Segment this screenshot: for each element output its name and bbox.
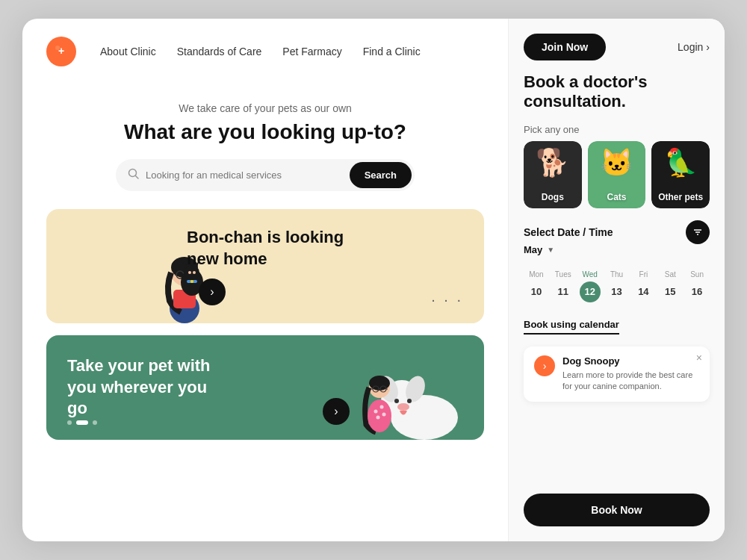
svg-point-28 xyxy=(397,403,409,411)
hero-subtitle: We take care of your pets as our own xyxy=(61,102,469,114)
svg-point-39 xyxy=(376,416,380,420)
cal-day-11[interactable]: Tues 11 xyxy=(551,267,576,305)
card-adoption: Bon-chan is looking new home › · · · xyxy=(46,209,484,323)
cards-section: Bon-chan is looking new home › · · · xyxy=(46,209,484,523)
book-title: Book a doctor's consultation. xyxy=(524,72,710,112)
nav-links: About Clinic Standards of Care Pet Farma… xyxy=(100,45,421,58)
nav-farmacy[interactable]: Pet Farmacy xyxy=(282,46,341,57)
appointment-arrow-button[interactable]: › xyxy=(534,355,555,376)
hero-title: What are you looking up-to? xyxy=(61,120,469,144)
svg-point-30 xyxy=(369,376,390,391)
search-bar: Search xyxy=(116,159,415,191)
login-label: Login xyxy=(678,41,703,53)
pet-option-dogs[interactable]: 🐕 Dogs xyxy=(524,141,582,208)
cal-day-16[interactable]: Sun 16 xyxy=(684,267,710,305)
datetime-header: Select Date / Time xyxy=(524,220,710,244)
svg-point-26 xyxy=(394,399,399,403)
cal-day-10[interactable]: Mon 10 xyxy=(524,267,549,305)
pet-option-cats[interactable]: 🐱 Cats xyxy=(588,141,646,208)
nav-find[interactable]: Find a Clinic xyxy=(363,46,421,57)
cal-day-14[interactable]: Fri 14 xyxy=(630,267,656,305)
cal-day-num: 11 xyxy=(553,281,574,302)
card-2-indicators xyxy=(67,420,97,425)
search-button[interactable]: Search xyxy=(350,162,412,188)
svg-point-37 xyxy=(374,410,378,414)
cal-day-num: 10 xyxy=(526,281,547,302)
cal-day-13[interactable]: Thu 13 xyxy=(604,267,630,305)
login-link[interactable]: Login › xyxy=(678,41,710,53)
dot-1 xyxy=(67,420,72,425)
cal-day-name: Sat xyxy=(659,270,681,279)
month-selector[interactable]: May ▼ xyxy=(524,244,710,255)
dot-3 xyxy=(93,420,97,425)
cal-day-num: 16 xyxy=(686,281,707,302)
card-1-dots: · · · xyxy=(431,291,463,308)
book-now-button[interactable]: Book Now xyxy=(524,494,710,526)
appointment-name: Dog Snoopy xyxy=(562,355,699,367)
pet-options: 🐕 Dogs 🐱 Cats 🦜 Other pets xyxy=(524,141,710,208)
logo: + xyxy=(46,37,76,66)
month-label: May xyxy=(524,244,542,255)
pet-option-others[interactable]: 🦜 Other pets xyxy=(651,141,710,208)
card-travel: Take your pet with you wherever you go › xyxy=(46,335,484,440)
cal-day-name: Sun xyxy=(686,270,708,279)
dogs-label: Dogs xyxy=(542,192,564,202)
cal-day-num: 15 xyxy=(660,281,681,302)
right-panel: Join Now Login › Book a doctor's consult… xyxy=(508,19,725,541)
svg-point-36 xyxy=(368,399,391,432)
cal-day-12[interactable]: Wed 12 xyxy=(577,267,603,305)
datetime-label: Select Date / Time xyxy=(524,226,613,238)
others-label: Other pets xyxy=(658,192,703,202)
top-actions: Join Now Login › xyxy=(524,34,710,60)
cal-day-num: 12 xyxy=(580,281,601,302)
filter-button[interactable] xyxy=(686,220,710,244)
book-calendar-label[interactable]: Book using calendar xyxy=(524,319,619,335)
svg-point-2 xyxy=(55,46,60,50)
cal-day-name: Wed xyxy=(579,270,601,279)
svg-point-27 xyxy=(407,399,412,403)
cal-day-name: Mon xyxy=(525,270,548,279)
cal-day-num: 14 xyxy=(633,281,654,302)
svg-point-38 xyxy=(380,405,384,409)
card-1-arrow-button[interactable]: › xyxy=(199,279,226,305)
login-arrow-icon: › xyxy=(706,41,710,53)
cal-day-15[interactable]: Sat 15 xyxy=(657,267,683,305)
dogs-emoji: 🐕 xyxy=(536,147,569,178)
cats-label: Cats xyxy=(607,192,627,202)
navbar: + About Clinic Standards of Care Pet Far… xyxy=(46,37,484,66)
app-container: + About Clinic Standards of Care Pet Far… xyxy=(22,19,725,541)
dot-2 xyxy=(76,420,88,425)
nav-standards[interactable]: Standards of Care xyxy=(177,46,262,57)
appointment-close-button[interactable]: × xyxy=(696,352,702,363)
card-2-text: Take your pet with you wherever you go xyxy=(67,355,232,420)
card-1-text: Bon-chan is looking new home xyxy=(187,227,351,270)
cal-day-num: 13 xyxy=(607,281,627,302)
cal-day-name: Thu xyxy=(606,270,628,279)
svg-line-4 xyxy=(136,175,139,178)
others-emoji: 🦜 xyxy=(664,147,698,178)
calendar-row: Mon 10 Tues 11 Wed 12 Thu 13 Fri 14 Sat … xyxy=(524,267,710,305)
join-now-button[interactable]: Join Now xyxy=(524,34,606,60)
cal-day-name: Tues xyxy=(552,270,574,279)
appointment-card: › Dog Snoopy Learn more to provide the b… xyxy=(524,346,710,402)
cal-day-name: Fri xyxy=(632,270,654,279)
nav-about[interactable]: About Clinic xyxy=(100,46,156,57)
month-dropdown-icon: ▼ xyxy=(547,246,554,254)
hero-section: We take care of your pets as our own Wha… xyxy=(46,102,484,191)
pick-label: Pick any one xyxy=(524,124,710,135)
search-icon xyxy=(128,168,140,183)
appointment-description: Learn more to provide the best care for … xyxy=(562,370,699,393)
appointment-info: Dog Snoopy Learn more to provide the bes… xyxy=(562,355,699,393)
svg-point-40 xyxy=(382,413,386,417)
card-2-arrow-button[interactable]: › xyxy=(323,398,350,425)
left-panel: + About Clinic Standards of Care Pet Far… xyxy=(22,19,508,541)
search-input[interactable] xyxy=(146,169,350,181)
cats-emoji: 🐱 xyxy=(600,147,633,178)
